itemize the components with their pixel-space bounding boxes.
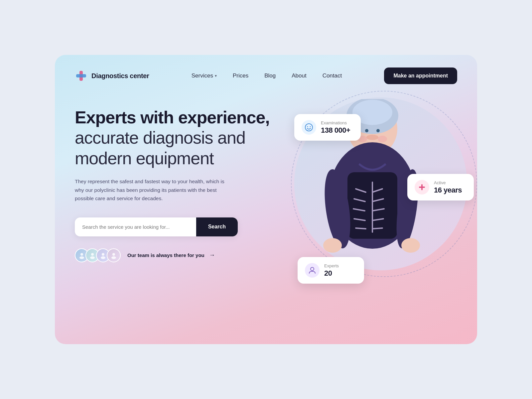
active-card: Active 16 years xyxy=(407,174,474,200)
svg-point-5 xyxy=(90,256,95,259)
svg-point-35 xyxy=(378,136,387,142)
experts-icon xyxy=(305,263,320,278)
search-bar: Search xyxy=(75,217,238,236)
nav-prices[interactable]: Prices xyxy=(233,72,248,79)
svg-point-15 xyxy=(366,135,378,140)
hero-section: Experts with experience, accurate diagno… xyxy=(55,84,477,310)
examinations-card: Examinations 138 000+ xyxy=(294,114,361,141)
hero-title: Experts with experience, accurate diagno… xyxy=(75,107,301,169)
active-info: Active 16 years xyxy=(434,180,462,195)
avatar-4 xyxy=(107,248,121,262)
svg-point-6 xyxy=(102,253,104,256)
hero-left: Experts with experience, accurate diagno… xyxy=(75,104,301,262)
svg-point-7 xyxy=(101,256,105,259)
navbar: Diagnostics center Services ▾ Prices Blo… xyxy=(55,55,477,84)
team-avatars xyxy=(75,248,117,262)
nav-contact[interactable]: Contact xyxy=(323,72,342,79)
logo-icon xyxy=(75,69,87,82)
examinations-label: Examinations xyxy=(321,120,350,125)
svg-point-13 xyxy=(365,129,368,132)
svg-rect-1 xyxy=(76,74,86,77)
svg-line-29 xyxy=(372,228,382,229)
main-card: Diagnostics center Services ▾ Prices Blo… xyxy=(55,55,477,344)
nav-about[interactable]: About xyxy=(292,72,306,79)
svg-point-2 xyxy=(80,253,83,256)
svg-point-38 xyxy=(307,126,308,127)
svg-point-4 xyxy=(91,253,94,256)
nav-blog[interactable]: Blog xyxy=(264,72,276,79)
team-arrow-icon: → xyxy=(209,252,215,259)
experts-card: Experts 20 xyxy=(298,257,364,284)
search-input[interactable] xyxy=(75,217,196,236)
nav-links: Services ▾ Prices Blog About Contact xyxy=(192,72,342,79)
logo-text: Diagnostics center xyxy=(91,72,149,80)
team-row: Our team is always there for you → xyxy=(75,248,301,262)
svg-point-37 xyxy=(305,124,313,131)
nav-services[interactable]: Services ▾ xyxy=(192,72,217,79)
team-label: Our team is always there for you xyxy=(127,252,204,258)
examinations-info: Examinations 138 000+ xyxy=(321,120,350,135)
logo: Diagnostics center xyxy=(75,69,149,82)
active-icon xyxy=(415,180,429,195)
examinations-value: 138 000+ xyxy=(321,126,350,135)
experts-label: Experts xyxy=(324,263,339,268)
svg-point-9 xyxy=(111,256,116,259)
svg-point-32 xyxy=(323,238,342,253)
svg-point-33 xyxy=(401,238,420,253)
svg-point-8 xyxy=(112,253,115,256)
experts-info: Experts 20 xyxy=(324,263,339,278)
svg-point-42 xyxy=(311,267,314,271)
search-button[interactable]: Search xyxy=(196,217,238,236)
active-label: Active xyxy=(434,180,462,185)
svg-line-28 xyxy=(356,228,366,229)
svg-point-14 xyxy=(376,129,380,132)
svg-rect-41 xyxy=(419,187,425,188)
active-value: 16 years xyxy=(434,186,462,195)
appointment-button[interactable]: Make an appointment xyxy=(384,67,457,84)
svg-point-3 xyxy=(79,256,84,259)
experts-value: 20 xyxy=(324,269,339,278)
hero-description: They represent the safest and fastest wa… xyxy=(75,177,234,203)
examinations-icon xyxy=(302,120,316,135)
hero-right: Examinations 138 000+ Active 16 years xyxy=(301,104,457,310)
svg-point-39 xyxy=(310,126,311,127)
services-chevron-icon: ▾ xyxy=(215,73,217,78)
